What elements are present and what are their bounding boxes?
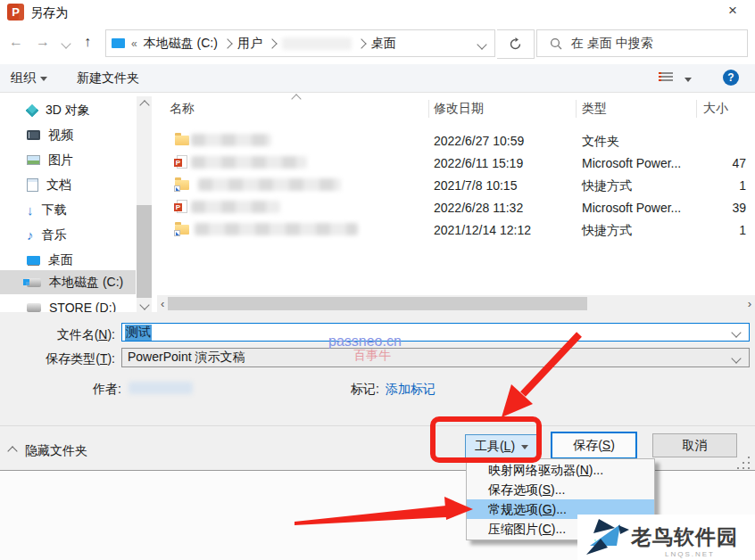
filename-redacted (195, 223, 358, 235)
sidebar-item-desktop[interactable]: 桌面 (0, 248, 136, 272)
scroll-right-icon[interactable]: › (748, 297, 751, 310)
savetype-select[interactable]: PowerPoint 演示文稿 (121, 348, 750, 367)
menu-item-save-options[interactable]: 保存选项(S)... (467, 480, 654, 499)
music-icon: ♪ (27, 228, 34, 242)
breadcrumb-users[interactable]: 用户 (237, 36, 262, 52)
annotation-arrow-menu-shaft (295, 506, 446, 525)
sidebar-item-pictures[interactable]: 图片 (0, 148, 136, 172)
desktop-icon (27, 256, 40, 265)
search-icon (550, 37, 562, 50)
search-input[interactable]: 在 桌面 中搜索 (536, 29, 748, 57)
title-bar: P 另存为 × (0, 0, 755, 25)
breadcrumb-username-redacted[interactable] (282, 37, 352, 50)
savetype-label: 保存类型(T): (0, 351, 115, 367)
scroll-down-icon[interactable] (139, 300, 149, 309)
file-type: Microsoft Power... (582, 201, 681, 215)
refresh-icon (509, 37, 522, 51)
add-tag-link[interactable]: 添加标记 (386, 382, 436, 398)
filename-redacted (191, 156, 307, 169)
breadcrumb-separator-icon (267, 38, 277, 48)
filename-redacted (191, 201, 280, 213)
site-logo: 老鸟软件园 LNQS.NET (577, 515, 755, 560)
sidebar-scrollbar-thumb[interactable] (137, 205, 152, 298)
file-size: 1 (678, 223, 746, 237)
up-button[interactable]: ↑ (84, 34, 91, 50)
change-view-icon[interactable] (659, 72, 673, 84)
breadcrumb-prefix: « (131, 37, 137, 50)
help-icon[interactable]: ? (723, 70, 739, 86)
forward-button[interactable]: → (36, 34, 50, 50)
column-header-type[interactable]: 类型 (582, 101, 607, 117)
file-type: 文件夹 (582, 134, 619, 150)
sidebar-item-3d-objects[interactable]: 3D 对象 (0, 98, 136, 122)
filename-redacted (191, 134, 271, 146)
sort-ascending-icon (291, 94, 301, 103)
file-size: 1 (678, 178, 746, 193)
pictures-icon (27, 155, 40, 165)
3d-objects-icon (26, 103, 38, 116)
breadcrumb-separator-icon (222, 38, 232, 48)
breadcrumb-drive[interactable]: 本地磁盘 (C:) (144, 36, 218, 52)
hide-folders-button[interactable]: 隐藏文件夹 (9, 443, 87, 459)
resize-grip[interactable] (737, 457, 751, 471)
file-size: 47 (678, 156, 746, 170)
sidebar-item-downloads[interactable]: ↓下载 (0, 198, 136, 222)
close-icon[interactable]: × (723, 2, 743, 20)
breadcrumb-separator-icon (356, 38, 366, 48)
search-query: 在 桌面 中搜索 (571, 36, 653, 52)
breadcrumb-desktop[interactable]: 桌面 (371, 36, 396, 52)
file-list-hscrollbar[interactable]: ‹ › (157, 295, 755, 312)
folder-shortcut-icon (175, 225, 189, 235)
scroll-up-icon[interactable] (139, 100, 149, 110)
sidebar-item-documents[interactable]: 文档 (0, 173, 136, 197)
back-button[interactable]: ← (9, 34, 23, 50)
address-dropdown-icon[interactable] (477, 39, 486, 49)
sidebar-item-music[interactable]: ♪音乐 (0, 223, 136, 247)
file-date: 2022/6/11 15:19 (434, 156, 523, 170)
tags-label: 标记: (351, 382, 379, 398)
column-header-size[interactable]: 大小 (703, 101, 728, 117)
filename-label: 文件名(N): (0, 327, 115, 343)
bird-logo-icon (585, 517, 631, 558)
scroll-left-icon[interactable]: ‹ (161, 297, 164, 310)
annotation-highlight-box (430, 416, 542, 463)
refresh-button[interactable] (497, 29, 535, 59)
file-type: Microsoft Power... (582, 156, 681, 170)
file-type: 快捷方式 (582, 178, 632, 194)
file-date: 2022/6/28 11:32 (434, 201, 523, 215)
view-dropdown-icon[interactable] (684, 78, 692, 82)
filename-input[interactable]: 测试 (121, 323, 750, 342)
save-as-dialog: P 另存为 × ← → ↑ « 本地磁盘 (C:) 用户 桌面 在 桌面 中搜索… (0, 0, 755, 471)
recent-locations-chevron-icon[interactable] (61, 38, 71, 48)
sidebar-item-videos[interactable]: 视频 (0, 123, 136, 147)
save-button[interactable]: 保存(S) (551, 432, 637, 459)
sidebar-item-local-disk-c[interactable]: 本地磁盘 (C:) (0, 270, 136, 294)
cancel-button[interactable]: 取消 (652, 433, 737, 457)
address-bar[interactable]: « 本地磁盘 (C:) 用户 桌面 (105, 29, 495, 57)
savetype-dropdown-icon (731, 353, 741, 363)
command-bar: 组织 新建文件夹 ? (0, 64, 755, 93)
folder-shortcut-icon (175, 180, 189, 190)
chevron-up-icon (7, 446, 17, 456)
organize-button[interactable]: 组织 (11, 70, 47, 86)
sidebar-scrollbar[interactable] (137, 96, 152, 314)
watermark-line2: 百事牛 (353, 348, 391, 364)
column-header-name[interactable]: 名称 (170, 101, 195, 117)
site-logo-text: 老鸟软件园 (631, 523, 738, 551)
file-date: 2022/6/27 10:59 (434, 134, 524, 148)
menu-item-map-network-drive[interactable]: 映射网络驱动器(N)... (467, 460, 654, 480)
hscrollbar-thumb[interactable] (168, 297, 587, 310)
site-logo-domain: LNQS.NET (665, 550, 715, 558)
new-folder-button[interactable]: 新建文件夹 (77, 70, 139, 86)
file-date: 2021/7/8 10:15 (434, 178, 517, 193)
file-type: 快捷方式 (582, 223, 632, 239)
file-size: 39 (678, 201, 746, 215)
desktop-location-icon (112, 38, 125, 48)
savetype-value: PowerPoint 演示文稿 (128, 350, 245, 366)
column-header-date[interactable]: 修改日期 (434, 101, 484, 117)
local-disk-c-icon (27, 278, 41, 287)
filename-redacted (198, 178, 341, 191)
author-value-redacted (129, 382, 193, 394)
ppt-file-icon (177, 155, 187, 169)
filename-dropdown-icon[interactable] (731, 327, 741, 337)
